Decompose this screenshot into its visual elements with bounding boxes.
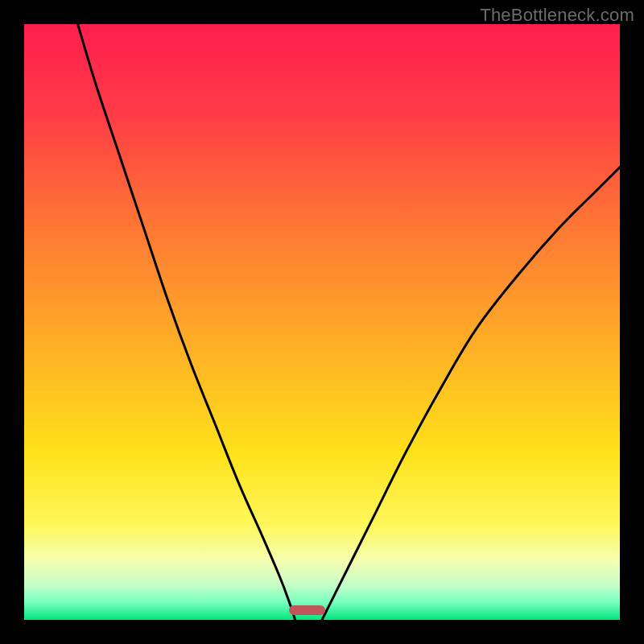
bottleneck-marker (289, 605, 324, 615)
right-curve (322, 167, 620, 620)
watermark-text: TheBottleneck.com (480, 5, 634, 26)
curves-layer (24, 24, 620, 620)
plot-frame (24, 24, 620, 620)
left-curve (78, 24, 295, 620)
